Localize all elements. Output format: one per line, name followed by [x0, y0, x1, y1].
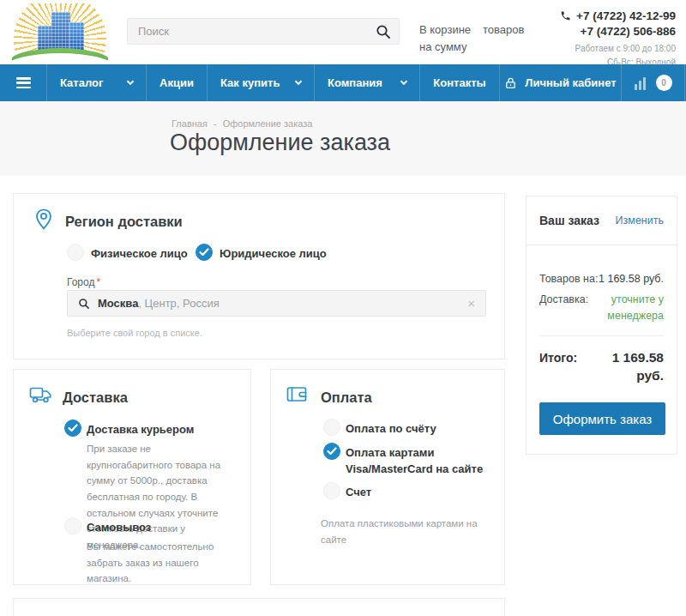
- search-icon[interactable]: [376, 24, 391, 39]
- cart-line2: на сумму: [419, 39, 524, 56]
- payment-note: Оплата пластиковыми картами на сайте: [321, 516, 497, 547]
- nav-contacts-label: Контакты: [433, 76, 485, 89]
- radio-pickup-label[interactable]: Самовывоз: [87, 520, 151, 536]
- nav-company-label: Компания: [328, 76, 382, 89]
- chevron-down-icon: [400, 77, 407, 84]
- menu-button[interactable]: [0, 64, 47, 101]
- nav-item-account[interactable]: Личный кабинет: [500, 64, 622, 101]
- nav-promos-label: Акции: [159, 76, 194, 89]
- breadcrumb-home[interactable]: Главная: [172, 118, 208, 129]
- phone-number-1[interactable]: +7 (4722) 42-12-99: [576, 9, 676, 22]
- order-items-value: 1 169.58 руб.: [599, 271, 664, 287]
- order-delivery-value: уточните у менеджера: [593, 292, 664, 324]
- radio-pay-by-invoice-label[interactable]: Оплата по счёту: [346, 421, 436, 438]
- search-box: [127, 18, 400, 45]
- nav-how-label: Как купить: [220, 76, 280, 89]
- order-total-row: Итого: 1 169.58 руб.: [539, 349, 664, 385]
- order-summary-title: Ваш заказ: [539, 214, 599, 227]
- compare-bars-icon: [635, 76, 646, 90]
- breadcrumb: Главная - Оформление заказа: [172, 118, 312, 129]
- delivery-region-card: Регион доставки Физическое лицо Юридичес…: [13, 193, 505, 359]
- radio-legal-person-label[interactable]: Юридическое лицо: [220, 246, 327, 263]
- city-field-label: Город*: [67, 276, 100, 288]
- logo-building-center: [51, 12, 70, 51]
- compare-count-badge: 0: [656, 75, 672, 91]
- page-title: Оформление заказа: [170, 130, 390, 156]
- nav-item-promos[interactable]: Акции: [147, 64, 208, 101]
- nav-account-label: Личный кабинет: [525, 76, 616, 89]
- delivery-card: Доставка Доставка курьером При заказе не…: [13, 369, 251, 585]
- search-input[interactable]: [138, 19, 370, 44]
- order-items-row: Товаров на: 1 169.58 руб.: [539, 271, 664, 287]
- check-icon: [199, 248, 209, 257]
- city-hint: Выберите свой город в списке.: [67, 328, 202, 338]
- radio-courier-delivery[interactable]: [64, 420, 81, 437]
- chevron-down-icon: [127, 77, 134, 84]
- hamburger-icon: [16, 77, 31, 88]
- main-nav: Каталог Акции Как купить Компания Контак…: [0, 64, 686, 101]
- location-pin-icon: [33, 208, 55, 232]
- delivery-section-title: Доставка: [63, 390, 128, 406]
- region-section-title: Регион доставки: [65, 214, 183, 230]
- radio-legal-person[interactable]: [196, 244, 213, 261]
- breadcrumb-current: Оформление заказа: [223, 118, 313, 129]
- breadcrumb-separator: -: [214, 118, 217, 129]
- payment-card: Оплата Оплата по счёту Оплата картами Vi…: [270, 369, 505, 585]
- next-section-card: [13, 598, 505, 616]
- truck-icon: [29, 385, 53, 405]
- radio-courier-delivery-label[interactable]: Доставка курьером: [87, 422, 194, 438]
- edit-order-link[interactable]: Изменить: [616, 214, 664, 226]
- phone-icon: [560, 10, 571, 21]
- radio-pay-by-card-label[interactable]: Оплата картами Visa/MasterCard на сайте: [346, 445, 493, 478]
- radio-pay-by-card[interactable]: [323, 443, 340, 460]
- city-input[interactable]: Москва , Центр, Россия ×: [67, 290, 486, 317]
- radio-physical-person-label[interactable]: Физическое лицо: [91, 246, 188, 263]
- chevron-down-icon: [295, 77, 302, 84]
- wallet-icon: [286, 384, 309, 404]
- radio-physical-person[interactable]: [67, 244, 84, 261]
- clear-city-icon[interactable]: ×: [467, 297, 475, 310]
- check-icon: [327, 447, 337, 456]
- nav-catalog-label: Каталог: [60, 76, 103, 89]
- divider: [539, 335, 664, 336]
- order-summary-card: Ваш заказ Изменить Товаров на: 1 169.58 …: [526, 196, 677, 455]
- logo[interactable]: [12, 3, 108, 60]
- payment-section-title: Оплата: [321, 390, 372, 406]
- radio-pickup[interactable]: [64, 517, 81, 534]
- required-mark: *: [96, 276, 100, 288]
- radio-account[interactable]: [323, 482, 340, 499]
- header: В корзинетоваров на сумму +7 (4722) 42-1…: [0, 0, 686, 64]
- nav-item-how-to-buy[interactable]: Как купить: [208, 64, 315, 101]
- cart-line1-b: товаров: [483, 23, 524, 36]
- submit-order-button[interactable]: Оформить заказ: [539, 402, 665, 435]
- schedule-line-1: Работаем с 9:00 до 18:00: [560, 42, 676, 56]
- nav-item-company[interactable]: Компания: [315, 64, 420, 101]
- lock-icon: [504, 76, 517, 90]
- checkout-page: В корзинетоваров на сумму +7 (4722) 42-1…: [0, 0, 686, 616]
- city-value: Москва: [98, 297, 138, 310]
- order-delivery-label: Доставка:: [539, 292, 588, 308]
- logo-building-right: [69, 22, 84, 51]
- order-delivery-row: Доставка: уточните у менеджера: [539, 292, 664, 324]
- cart-summary[interactable]: В корзинетоваров на сумму: [419, 21, 524, 55]
- search-icon: [78, 298, 90, 310]
- compare-button[interactable]: 0: [622, 64, 685, 101]
- check-icon: [68, 424, 78, 432]
- nav-item-catalog[interactable]: Каталог: [47, 64, 147, 101]
- city-value-rest: , Центр, Россия: [138, 297, 219, 310]
- cart-line1-a: В корзине: [419, 23, 471, 36]
- page-title-band: Главная - Оформление заказа Оформление з…: [0, 101, 686, 176]
- order-total-label: Итого:: [539, 349, 577, 365]
- pickup-description: Вы можете самостоятельно забрать заказ и…: [87, 539, 243, 587]
- phone-number-2[interactable]: +7 (4722) 506-886: [560, 24, 676, 39]
- radio-account-label[interactable]: Счет: [346, 485, 371, 501]
- order-items-label: Товаров на:: [539, 271, 598, 287]
- order-total-value: 1 169.58 руб.: [588, 349, 664, 385]
- radio-pay-by-invoice[interactable]: [323, 419, 340, 436]
- nav-item-contacts[interactable]: Контакты: [420, 64, 500, 101]
